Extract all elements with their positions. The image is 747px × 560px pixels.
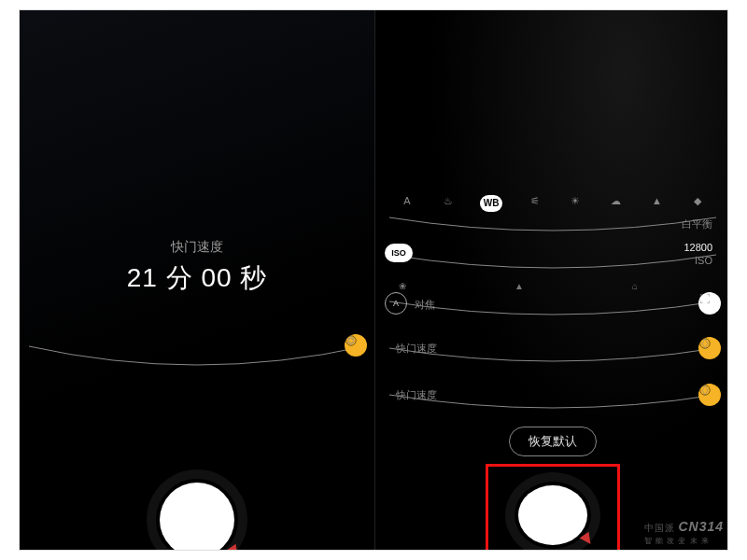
svg-point-1 (700, 339, 711, 349)
focus-target-icon[interactable] (698, 292, 721, 315)
right-screen: A ♨ WB ⚟ ☀ ☁ ▲ ◆ 白平衡 ISO 12800 ISO ❀▲⌂ A (374, 10, 728, 550)
focus-label: 对焦 (415, 298, 435, 312)
mode-dial-highlighted[interactable] (486, 464, 620, 551)
wb-label: 白平衡 (682, 217, 712, 231)
watermark: 中国派 CN314 智 能 改 变 未 来 (644, 519, 724, 546)
iso-arc[interactable]: ISO (375, 244, 728, 281)
focus-auto-knob[interactable]: A (385, 292, 407, 315)
svg-point-2 (700, 385, 711, 396)
shutter-speed-label: 快门速度 (20, 239, 374, 256)
svg-point-0 (346, 336, 357, 346)
shutter-speed-value: 21 分 00 秒 (20, 260, 374, 296)
reset-defaults-button[interactable]: 恢复默认 (509, 427, 597, 456)
iso-value: 12800 (684, 242, 712, 253)
screenshot-pair: 快门速度 21 分 00 秒 A ♨ WB ⚟ ☀ ☁ ▲ ◆ (19, 9, 728, 551)
iso-knob[interactable]: ISO (385, 244, 413, 262)
left-screen: 快门速度 21 分 00 秒 (20, 10, 374, 550)
aperture-icon[interactable] (698, 337, 721, 359)
aperture-icon[interactable] (345, 334, 367, 357)
wb-arc[interactable] (375, 206, 728, 244)
speed1-label: 快门速度 (396, 342, 437, 356)
iso-label: ISO (695, 255, 712, 266)
speed2-label: 快门速度 (396, 388, 437, 402)
mode-dial[interactable] (147, 469, 247, 551)
shutter-arc[interactable] (20, 323, 374, 379)
aperture-icon[interactable] (698, 384, 721, 406)
